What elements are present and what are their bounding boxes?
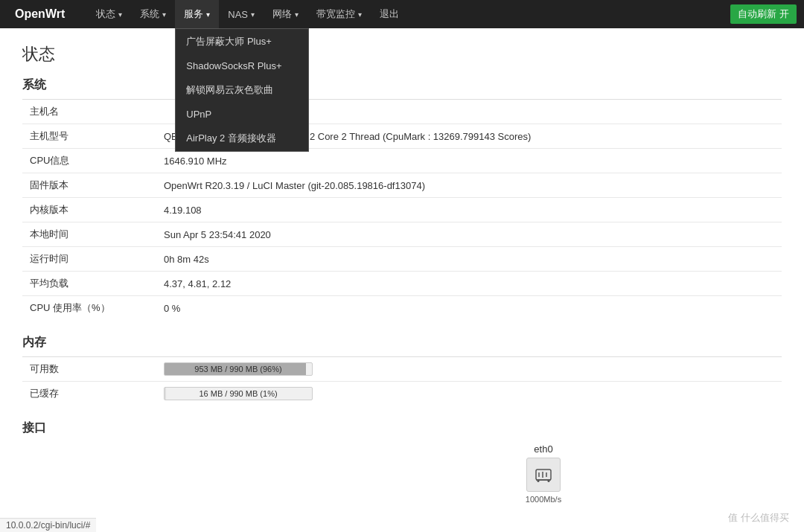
row-value: 4.37, 4.81, 2.12: [156, 272, 782, 296]
nav-item-services: 服务 ▾ 广告屏蔽大师 Plus+ ShadowSocksR Plus+ 解锁网…: [175, 0, 219, 28]
navbar-brand[interactable]: OpenWrt: [7, 7, 72, 21]
main-content: 状态 系统 主机名 主机型号 QEMU Virtual CPU version …: [0, 28, 804, 532]
svg-point-6: [548, 480, 550, 482]
interface-eth0-name: eth0: [534, 443, 552, 455]
nav-item-system: 系统 ▾: [131, 0, 175, 28]
row-label: CPU 使用率（%）: [22, 296, 156, 321]
row-label: 主机名: [22, 100, 156, 124]
table-row: 本地时间 Sun Apr 5 23:54:41 2020: [22, 222, 782, 247]
nav-link-services[interactable]: 服务 ▾: [175, 0, 219, 28]
watermark: 值 什么值得买: [728, 511, 789, 525]
nav-item-nas: NAS ▾: [219, 0, 264, 28]
row-value: 4.19.108: [156, 198, 782, 222]
auto-refresh-button[interactable]: 自动刷新 开: [730, 4, 797, 24]
row-label: 内核版本: [22, 198, 156, 222]
nav-items: 状态 ▾ 系统 ▾ 服务 ▾ 广告屏蔽大师 Plus+ ShadowSocksR…: [87, 0, 730, 28]
progress-bar-wrap-available: 953 MB / 990 MB (96%): [164, 362, 313, 376]
memory-cached-label: 已缓存: [22, 382, 156, 406]
system-info-table: 主机名 主机型号 QEMU Virtual CPU version 2.5+ :…: [22, 99, 782, 320]
nav-link-logout[interactable]: 退出: [371, 0, 408, 28]
navbar: OpenWrt 状态 ▾ 系统 ▾ 服务 ▾ 广告屏蔽大师 Plus+ Shad…: [0, 0, 804, 28]
table-row: 内核版本 4.19.108: [22, 198, 782, 222]
memory-available-label: 可用数: [22, 357, 156, 382]
memory-section-heading: 内存: [22, 335, 782, 350]
dropdown-item-4[interactable]: AirPlay 2 音频接收器: [176, 126, 308, 151]
chevron-down-icon: ▾: [162, 10, 166, 19]
row-value: Sun Apr 5 23:54:41 2020: [156, 222, 782, 247]
table-row: 运行时间 0h 8m 42s: [22, 247, 782, 272]
table-row: CPU信息 1646.910 MHz: [22, 149, 782, 173]
nav-link-bandwidth[interactable]: 带宽监控 ▾: [307, 0, 371, 28]
nav-link-nas[interactable]: NAS ▾: [219, 0, 264, 28]
progress-label-cached: 16 MB / 990 MB (1%): [165, 388, 312, 400]
nav-link-status[interactable]: 状态 ▾: [87, 0, 131, 28]
row-value link-value[interactable]: OpenWrt R20.3.19 / LuCI Master (git-20.0…: [156, 173, 782, 198]
row-label: 主机型号: [22, 124, 156, 149]
chevron-down-icon: ▾: [358, 10, 362, 19]
system-section-heading: 系统: [22, 77, 782, 93]
dropdown-item-3[interactable]: UPnP: [176, 103, 308, 126]
row-label: 平均负载: [22, 272, 156, 296]
progress-label-available: 953 MB / 990 MB (96%): [165, 363, 312, 375]
svg-point-5: [537, 480, 540, 482]
row-label: 运行时间: [22, 247, 156, 272]
progress-bar-wrap-cached: 16 MB / 990 MB (1%): [164, 387, 313, 400]
table-row-available: 可用数 953 MB / 990 MB (96%): [22, 357, 782, 382]
dropdown-item-0[interactable]: 广告屏蔽大师 Plus+: [176, 29, 308, 54]
memory-available-value: 953 MB / 990 MB (96%): [156, 357, 782, 382]
nav-item-logout: 退出: [371, 0, 408, 28]
table-row: CPU 使用率（%） 0 %: [22, 296, 782, 321]
status-bar: 10.0.0.2/cgi-bin/luci/#: [0, 518, 96, 532]
row-value: 0 %: [156, 296, 782, 321]
page-title: 状态: [22, 43, 782, 65]
row-value: 1646.910 MHz: [156, 149, 782, 173]
chevron-down-icon: ▾: [118, 10, 122, 19]
chevron-down-icon: ▾: [295, 10, 299, 19]
nav-link-network[interactable]: 网络 ▾: [264, 0, 307, 28]
interface-eth0-area: eth0 1000Mb/s: [305, 443, 782, 504]
svg-rect-0: [536, 469, 551, 480]
memory-cached-value: 16 MB / 990 MB (1%): [156, 382, 782, 406]
memory-info-table: 可用数 953 MB / 990 MB (96%) 已缓存: [22, 356, 782, 406]
progress-available: 953 MB / 990 MB (96%): [164, 362, 774, 376]
chevron-down-icon: ▾: [206, 10, 210, 19]
table-row: 平均负载 4.37, 4.81, 2.12: [22, 272, 782, 296]
progress-cached: 16 MB / 990 MB (1%): [164, 387, 774, 400]
network-icon: [532, 464, 555, 486]
status-url: 10.0.0.2/cgi-bin/luci/#: [6, 520, 90, 531]
chevron-down-icon: ▾: [251, 10, 255, 19]
nav-item-status: 状态 ▾: [87, 0, 131, 28]
table-row: 主机型号 QEMU Virtual CPU version 2.5+ : 2 C…: [22, 124, 782, 149]
row-label: 固件版本: [22, 173, 156, 198]
nav-item-bandwidth: 带宽监控 ▾: [307, 0, 371, 28]
row-label: 本地时间: [22, 222, 156, 247]
nav-link-system[interactable]: 系统 ▾: [131, 0, 175, 28]
dropdown-item-1[interactable]: ShadowSocksR Plus+: [176, 54, 308, 77]
table-row-cached: 已缓存 16 MB / 990 MB (1%): [22, 382, 782, 406]
interface-eth0-speed: 1000Mb/s: [526, 495, 561, 504]
table-row: 固件版本 OpenWrt R20.3.19 / LuCI Master (git…: [22, 173, 782, 198]
row-value: 0h 8m 42s: [156, 247, 782, 272]
row-label: CPU信息: [22, 149, 156, 173]
interface-eth0-icon: [526, 458, 561, 492]
nav-item-network: 网络 ▾: [264, 0, 307, 28]
table-row: 主机名: [22, 100, 782, 124]
dropdown-item-2[interactable]: 解锁网易云灰色歌曲: [176, 77, 308, 103]
interface-section-heading: 接口: [22, 420, 782, 436]
services-dropdown: 广告屏蔽大师 Plus+ ShadowSocksR Plus+ 解锁网易云灰色歌…: [175, 28, 309, 152]
